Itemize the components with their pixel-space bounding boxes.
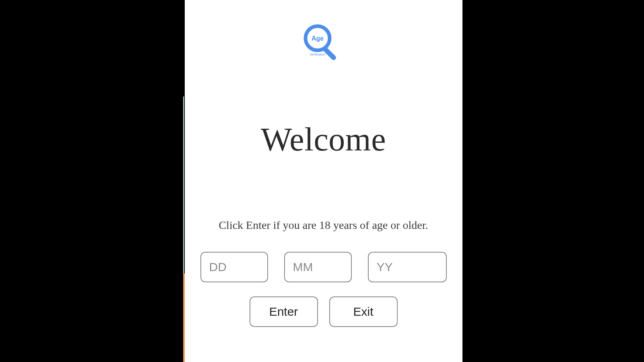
age-verification-logo-icon: Age Verification xyxy=(303,24,344,64)
enter-button[interactable]: Enter xyxy=(250,296,318,327)
year-input[interactable] xyxy=(368,252,447,282)
background-sliver xyxy=(183,274,185,362)
svg-text:Age: Age xyxy=(311,35,323,42)
date-input-row xyxy=(185,252,462,282)
background-sliver xyxy=(183,97,184,274)
day-input[interactable] xyxy=(200,252,268,282)
action-button-row: Enter Exit xyxy=(185,296,462,327)
welcome-heading: Welcome xyxy=(185,121,462,158)
exit-button[interactable]: Exit xyxy=(329,296,398,327)
svg-text:Verification: Verification xyxy=(310,53,325,56)
logo-container: Age Verification xyxy=(185,24,462,64)
month-input[interactable] xyxy=(284,252,352,282)
age-verification-modal: Age Verification Welcome Click Enter if … xyxy=(185,0,462,362)
age-instruction-text: Click Enter if you are 18 years of age o… xyxy=(185,219,462,232)
